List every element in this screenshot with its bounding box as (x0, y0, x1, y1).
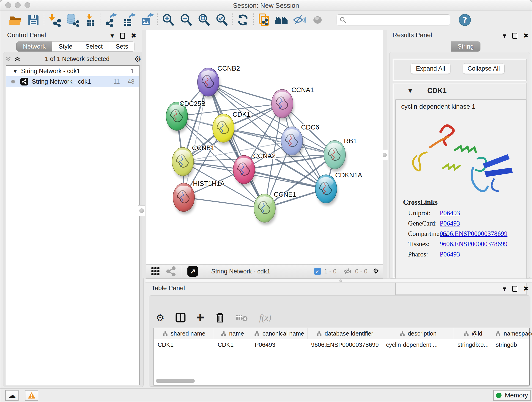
column-header-description[interactable]: description (382, 328, 454, 339)
collapse-all-networks-icon[interactable] (5, 56, 11, 62)
open-session-button[interactable] (7, 13, 25, 27)
birds-eye-view-button[interactable]: ↗ (187, 266, 198, 277)
show-all-button[interactable] (309, 13, 326, 27)
tab-select[interactable]: Select (79, 41, 109, 51)
export-network-button[interactable] (102, 13, 120, 27)
refresh-button[interactable] (234, 13, 252, 27)
column-header-name[interactable]: name (214, 328, 251, 339)
left-splitter-handle[interactable] (138, 205, 145, 216)
save-session-button[interactable] (25, 13, 42, 27)
search-input[interactable] (346, 16, 447, 24)
control-panel-collapse-icon[interactable]: ▼ (110, 33, 114, 38)
delete-table-icon[interactable] (236, 313, 248, 322)
entry-expander-icon[interactable]: ▼ (408, 88, 412, 94)
crosshair-icon[interactable]: ⌖ (373, 264, 379, 278)
hide-selected-button[interactable] (291, 13, 309, 27)
export-table-button[interactable] (120, 13, 138, 27)
warnings-button[interactable] (25, 390, 38, 401)
crosslink-link[interactable]: P06493 (440, 220, 460, 227)
network-canvas[interactable]: CCNB2CCNA1CDC25BCDK1CDC6RB1CCNB1CCNA2CDK… (146, 30, 383, 264)
collapse-all-button[interactable]: Collapse All (463, 63, 505, 74)
edge-CCNB2-CCNE1[interactable] (208, 82, 265, 208)
table-cell[interactable]: CDK1 (154, 339, 214, 350)
node-CCNA1[interactable]: CCNA1 (272, 86, 314, 120)
tab-sets[interactable]: Sets (109, 41, 135, 51)
table-cell[interactable]: cyclin-dependent ... (382, 339, 454, 350)
table-cell[interactable]: stringdb (492, 339, 532, 350)
tab-style[interactable]: Style (52, 41, 79, 51)
export-image-button[interactable] (138, 13, 156, 27)
edge-CCNA2-CDKN1A[interactable] (244, 170, 326, 189)
cloud-status-button[interactable]: ☁ (5, 390, 19, 401)
first-neighbors-button[interactable] (273, 13, 291, 27)
network-collection-row[interactable]: ▼ String Network - cdk1 1 (6, 66, 139, 76)
node-CCNB1[interactable]: CCNB1 (172, 144, 215, 178)
table-cell[interactable]: stringdb:9... (454, 339, 492, 350)
table-panel-close-icon[interactable]: ✖ (523, 285, 529, 293)
table-horizontal-scrollbar[interactable] (156, 379, 195, 383)
import-network-database-button[interactable] (63, 13, 81, 27)
results-panel-float-icon[interactable] (512, 33, 517, 39)
show-columns-icon[interactable] (176, 313, 186, 323)
crosslink-link[interactable]: P06493 (440, 209, 460, 217)
column-header-namespace[interactable]: namespace (492, 328, 532, 339)
results-panel-close-icon[interactable]: ✖ (523, 32, 529, 39)
import-table-file-button[interactable] (81, 13, 99, 27)
zoom-out-button[interactable] (177, 13, 195, 27)
column-header-database-identifier[interactable]: database identifier (307, 328, 382, 339)
share-view-icon[interactable] (166, 266, 176, 276)
hidden-eye-icon[interactable] (343, 268, 352, 275)
table-options-gear-icon[interactable]: ⚙ (156, 312, 165, 323)
string-network-graph[interactable]: CCNB2CCNA1CDC25BCDK1CDC6RB1CCNB1CCNA2CDK… (146, 30, 383, 264)
add-column-icon[interactable]: ✚ (196, 313, 204, 323)
network-row[interactable]: String Network - cdk1 11 48 (6, 76, 139, 87)
crosslink-link[interactable]: 9606.ENSP00000378699 (440, 230, 507, 237)
node-CDC6[interactable]: CDC6 (281, 123, 319, 158)
import-network-file-button[interactable] (46, 13, 63, 27)
expand-all-networks-icon[interactable] (14, 56, 20, 62)
control-panel-float-icon[interactable] (120, 33, 125, 39)
memory-button[interactable]: Memory (493, 390, 531, 401)
control-panel-close-icon[interactable]: ✖ (131, 32, 136, 39)
tab-network[interactable]: Network (16, 41, 52, 51)
edge-CCNE1-HIST1H1A[interactable] (184, 197, 265, 208)
crosslink-link[interactable]: 9606.ENSP00000378699 (440, 240, 507, 248)
node-CCNE1[interactable]: CCNE1 (254, 191, 296, 225)
crosslink-link[interactable]: P06493 (440, 250, 460, 258)
node-CDK1[interactable]: CDK1 (213, 111, 250, 145)
zoom-in-button[interactable] (159, 13, 177, 27)
table-cell[interactable]: 9606.ENSP00000378699 (307, 339, 382, 350)
expand-all-button[interactable]: Expand All (411, 63, 450, 74)
tab-string[interactable]: String (451, 41, 481, 51)
node-entry-header[interactable]: ▼ CDK1 (393, 83, 526, 98)
node-CCNB2[interactable]: CCNB2 (197, 65, 240, 99)
node-table[interactable]: shared namenamecanonical namedatabase id… (153, 328, 530, 385)
column-header-shared-name[interactable]: shared name (154, 328, 214, 339)
grid-view-icon[interactable] (151, 267, 160, 276)
left-splitter[interactable] (142, 30, 146, 279)
column-header-@id[interactable]: @id (454, 328, 492, 339)
table-splitter[interactable] (146, 279, 532, 283)
table-splitter-handle[interactable] (339, 279, 342, 282)
table-cell[interactable]: CDK1 (214, 339, 251, 350)
node-RB1[interactable]: RB1 (324, 137, 357, 172)
column-header-canonical-name[interactable]: canonical name (251, 328, 307, 339)
node-HIST1H1A[interactable]: HIST1H1A (173, 180, 225, 214)
node-CDKN1A[interactable]: CDKN1A (315, 172, 362, 206)
table-cell[interactable]: P06493 (251, 339, 307, 350)
results-panel-collapse-icon[interactable]: ▼ (503, 33, 506, 38)
zoom-selected-button[interactable] (213, 13, 231, 27)
table-panel-collapse-icon[interactable]: ▼ (503, 286, 506, 292)
zoom-fit-button[interactable] (195, 13, 213, 27)
selected-checkbox[interactable]: ✓ (314, 268, 321, 275)
node-CDC25B[interactable]: CDC25B (166, 100, 206, 133)
search-field[interactable] (336, 14, 450, 26)
tree-expander-icon[interactable]: ▼ (13, 69, 17, 74)
function-builder-icon[interactable]: f(x) (259, 313, 271, 323)
network-options-gear-icon[interactable]: ⚙ (134, 54, 141, 64)
table-row[interactable]: CDK1CDK1P064939606.ENSP00000378699cyclin… (154, 339, 529, 350)
help-button[interactable]: ? (459, 14, 471, 26)
delete-column-icon[interactable] (215, 313, 225, 323)
string-import-button[interactable] (255, 13, 273, 27)
table-panel-float-icon[interactable] (512, 286, 517, 292)
